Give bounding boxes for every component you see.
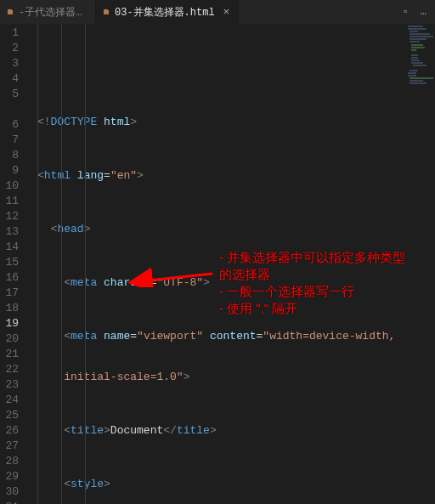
tab-bar: -子代选择器.html 03-并集选择器.html × ▫ … xyxy=(0,0,435,24)
tab-active[interactable]: 03-并集选择器.html × xyxy=(96,0,239,24)
code-area[interactable]: <!DOCTYPE html> <html lang="en"> <head> … xyxy=(24,24,435,504)
file-icon xyxy=(7,8,14,15)
tab-label: 03-并集选择器.html xyxy=(115,5,215,20)
line-number-gutter: 1234567891011121314151617181920212223242… xyxy=(0,24,24,504)
file-icon xyxy=(103,8,110,15)
close-icon[interactable]: × xyxy=(223,6,230,19)
tab-label: -子代选择器.html xyxy=(19,5,87,20)
split-editor-icon[interactable]: ▫ xyxy=(403,6,409,18)
tab-inactive[interactable]: -子代选择器.html xyxy=(0,0,96,24)
more-icon[interactable]: … xyxy=(421,6,427,18)
editor-actions: ▫ … xyxy=(403,6,435,18)
editor[interactable]: 1234567891011121314151617181920212223242… xyxy=(0,24,435,504)
minimap[interactable] xyxy=(406,24,435,504)
